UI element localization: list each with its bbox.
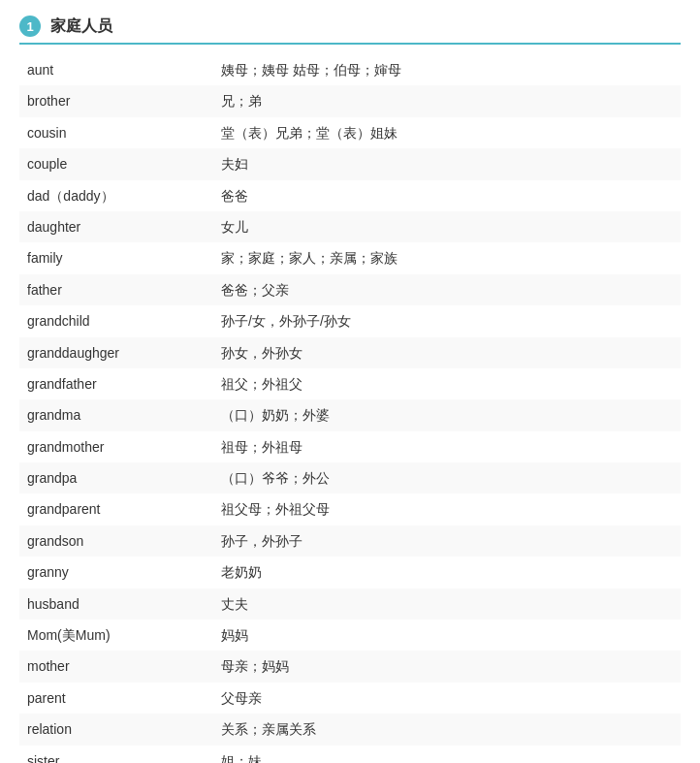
english-word: relation xyxy=(19,714,213,745)
table-row: brother兄；弟 xyxy=(19,85,681,116)
chinese-translation: （口）奶奶；外婆 xyxy=(213,399,681,430)
english-word: grandpa xyxy=(19,462,213,493)
chinese-translation: 老奶奶 xyxy=(213,556,681,588)
english-word: mother xyxy=(19,651,213,682)
english-word: family xyxy=(19,242,213,273)
english-word: grandma xyxy=(19,399,213,430)
english-word: granny xyxy=(19,556,213,588)
table-row: parent父母亲 xyxy=(19,683,681,714)
table-row: father爸爸；父亲 xyxy=(19,274,681,305)
table-row: grandma（口）奶奶；外婆 xyxy=(19,399,681,430)
table-row: grandson孙子，外孙子 xyxy=(19,525,681,556)
english-word: aunt xyxy=(19,54,213,85)
english-word: grandmother xyxy=(19,431,213,462)
table-row: grandchild孙子/女，外孙子/孙女 xyxy=(19,305,681,336)
chinese-translation: 堂（表）兄弟；堂（表）姐妹 xyxy=(213,117,681,148)
table-row: aunt姨母；姨母 姑母；伯母；婶母 xyxy=(19,54,681,85)
section-header: 1 家庭人员 xyxy=(19,16,681,45)
english-word: brother xyxy=(19,85,213,116)
chinese-translation: 丈夫 xyxy=(213,588,681,620)
table-row: couple夫妇 xyxy=(19,148,681,179)
chinese-translation: 祖母；外祖母 xyxy=(213,431,681,462)
table-row: sister姐；妹 xyxy=(19,746,681,763)
english-word: grandparent xyxy=(19,493,213,525)
table-row: dad（daddy）爸爸 xyxy=(19,180,681,211)
chinese-translation: 姨母；姨母 姑母；伯母；婶母 xyxy=(213,54,681,85)
english-word: father xyxy=(19,274,213,305)
chinese-translation: 关系；亲属关系 xyxy=(213,714,681,745)
table-row: Mom(美Mum)妈妈 xyxy=(19,620,681,651)
chinese-translation: 姐；妹 xyxy=(213,746,681,763)
english-word: Mom(美Mum) xyxy=(19,620,213,651)
chinese-translation: 父母亲 xyxy=(213,683,681,714)
english-word: daughter xyxy=(19,211,213,242)
english-word: husband xyxy=(19,588,213,620)
table-row: husband丈夫 xyxy=(19,588,681,620)
chinese-translation: 家；家庭；家人；亲属；家族 xyxy=(213,242,681,273)
chinese-translation: 女儿 xyxy=(213,211,681,242)
table-row: grandparent祖父母；外祖父母 xyxy=(19,493,681,525)
chinese-translation: 祖父；外祖父 xyxy=(213,368,681,399)
chinese-translation: 祖父母；外祖父母 xyxy=(213,493,681,525)
chinese-translation: 爸爸；父亲 xyxy=(213,274,681,305)
chinese-translation: 孙子/女，外孙子/孙女 xyxy=(213,305,681,336)
chinese-translation: 爸爸 xyxy=(213,180,681,211)
table-row: granny老奶奶 xyxy=(19,556,681,588)
chinese-translation: 妈妈 xyxy=(213,620,681,651)
chinese-translation: （口）爷爷；外公 xyxy=(213,462,681,493)
english-word: grandson xyxy=(19,525,213,556)
english-word: sister xyxy=(19,746,213,763)
chinese-translation: 兄；弟 xyxy=(213,85,681,116)
section-title: 家庭人员 xyxy=(50,16,112,37)
table-row: grandmother祖母；外祖母 xyxy=(19,431,681,462)
page-container: 1 家庭人员 aunt姨母；姨母 姑母；伯母；婶母brother兄；弟cousi… xyxy=(0,0,700,763)
table-row: mother母亲；妈妈 xyxy=(19,651,681,682)
table-row: grandfather祖父；外祖父 xyxy=(19,368,681,399)
table-row: family家；家庭；家人；亲属；家族 xyxy=(19,242,681,273)
table-row: granddaughger孙女，外孙女 xyxy=(19,337,681,368)
english-word: granddaughger xyxy=(19,337,213,368)
chinese-translation: 夫妇 xyxy=(213,148,681,179)
english-word: cousin xyxy=(19,117,213,148)
english-word: couple xyxy=(19,148,213,179)
vocab-table: aunt姨母；姨母 姑母；伯母；婶母brother兄；弟cousin堂（表）兄弟… xyxy=(19,54,681,763)
english-word: parent xyxy=(19,683,213,714)
table-row: relation关系；亲属关系 xyxy=(19,714,681,745)
chinese-translation: 孙女，外孙女 xyxy=(213,337,681,368)
section-number: 1 xyxy=(19,16,41,37)
table-row: grandpa（口）爷爷；外公 xyxy=(19,462,681,493)
english-word: dad（daddy） xyxy=(19,180,213,211)
table-row: cousin堂（表）兄弟；堂（表）姐妹 xyxy=(19,117,681,148)
english-word: grandchild xyxy=(19,305,213,336)
chinese-translation: 母亲；妈妈 xyxy=(213,651,681,682)
table-row: daughter女儿 xyxy=(19,211,681,242)
english-word: grandfather xyxy=(19,368,213,399)
chinese-translation: 孙子，外孙子 xyxy=(213,525,681,556)
